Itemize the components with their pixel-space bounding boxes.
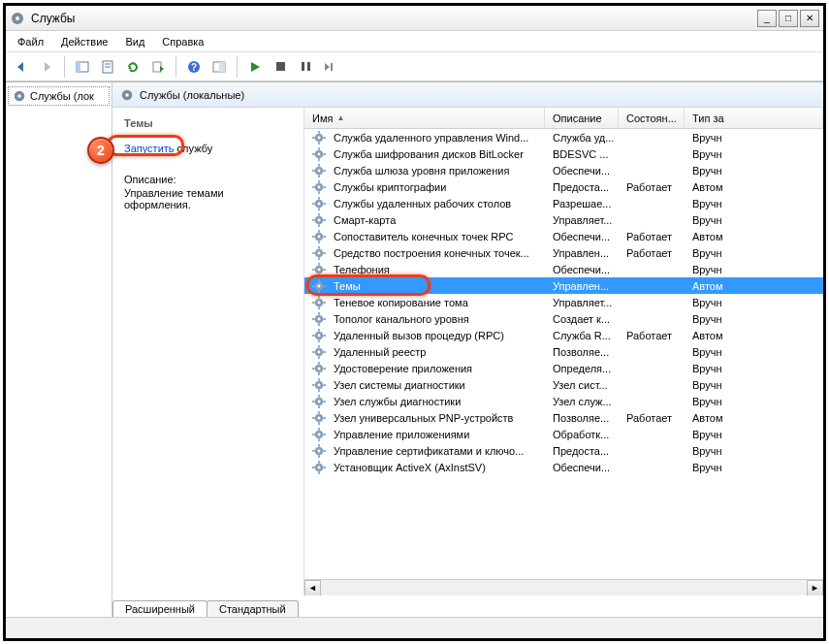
properties-button[interactable] xyxy=(96,55,119,79)
start-service-button[interactable] xyxy=(243,55,267,79)
statusbar xyxy=(6,617,823,638)
service-row[interactable]: Установщик ActiveX (AxInstSV)Обеспечи...… xyxy=(304,459,823,475)
cell-desc: Управляет... xyxy=(545,214,619,226)
svg-rect-125 xyxy=(318,422,320,425)
cell-desc: Служба R... xyxy=(545,330,619,341)
service-row[interactable]: Сопоставитель конечных точек RPCОбеспечи… xyxy=(304,228,823,244)
service-row[interactable]: Службы удаленных рабочих столовРазрешае.… xyxy=(304,195,823,211)
stop-service-button[interactable] xyxy=(269,55,292,79)
detail-pane: Темы Запустить службу Описание: Управлен… xyxy=(112,108,304,596)
service-row[interactable]: Удаленный вызов процедур (RPC)Служба R..… xyxy=(304,327,823,343)
service-row[interactable]: Службы криптографииПредоста...РаботаетАв… xyxy=(304,178,823,195)
svg-rect-138 xyxy=(312,450,315,452)
help-button[interactable]: ? xyxy=(182,55,206,79)
svg-rect-95 xyxy=(318,339,320,342)
service-row[interactable]: Удаленный реестрПозволяе...Вручн xyxy=(304,343,823,360)
menu-help[interactable]: Справка xyxy=(154,34,211,49)
svg-rect-112 xyxy=(318,378,320,381)
window-controls: _ □ ✕ xyxy=(757,10,819,27)
svg-rect-136 xyxy=(318,444,320,447)
forward-button[interactable] xyxy=(35,55,58,79)
scroll-right-button[interactable]: ► xyxy=(807,580,823,596)
service-row[interactable]: Удостоверение приложенияОпределя...Вручн xyxy=(304,360,823,376)
maximize-button[interactable]: □ xyxy=(779,10,798,27)
svg-rect-142 xyxy=(318,461,320,464)
cell-type: Автом xyxy=(685,181,823,193)
back-button[interactable] xyxy=(10,55,33,79)
svg-point-51 xyxy=(318,218,321,221)
svg-rect-61 xyxy=(323,236,326,238)
service-row[interactable]: ТемыУправлен...Автом xyxy=(304,277,823,294)
refresh-button[interactable] xyxy=(121,55,144,79)
menu-view[interactable]: Вид xyxy=(117,34,152,49)
restart-service-button[interactable] xyxy=(319,55,342,79)
start-service-link[interactable]: Запустить xyxy=(124,143,175,154)
svg-rect-82 xyxy=(318,296,320,299)
cell-type: Автом xyxy=(685,412,823,424)
svg-rect-97 xyxy=(323,335,326,337)
svg-rect-3 xyxy=(77,62,80,72)
svg-rect-71 xyxy=(318,274,320,276)
show-hide-tree-button[interactable] xyxy=(71,55,94,79)
column-description[interactable]: Описание xyxy=(545,108,619,128)
minimize-button[interactable]: _ xyxy=(757,10,777,27)
horizontal-scrollbar[interactable]: ◄ ► xyxy=(304,579,823,596)
cell-name: Служба шлюза уровня приложения xyxy=(304,164,545,177)
service-row[interactable]: Управление приложениямиОбработк...Вручн xyxy=(304,426,823,442)
svg-rect-102 xyxy=(312,351,315,353)
service-row[interactable]: Узел системы диагностикиУзел сист...Вруч… xyxy=(304,376,823,393)
toolbar: ? xyxy=(6,52,823,81)
svg-rect-12 xyxy=(276,62,285,71)
svg-rect-96 xyxy=(312,335,315,337)
service-action-row: Запустить службу xyxy=(124,143,292,154)
sort-asc-icon: ▲ xyxy=(336,113,344,122)
service-row[interactable]: Тополог канального уровняСоздает к...Вру… xyxy=(304,310,823,327)
view-button[interactable] xyxy=(207,55,231,79)
svg-rect-94 xyxy=(318,329,320,332)
service-row[interactable]: ТелефонияОбеспечи...Вручн xyxy=(304,261,823,277)
svg-rect-107 xyxy=(318,372,320,375)
svg-point-129 xyxy=(318,433,321,435)
service-row[interactable]: Узел универсальных PNP-устройствПозволяе… xyxy=(304,409,823,426)
service-row[interactable]: Служба удаленного управления Wind...Служ… xyxy=(304,129,823,145)
menu-action[interactable]: Действие xyxy=(53,34,115,49)
service-row[interactable]: Теневое копирование томаУправляет...Вруч… xyxy=(304,294,823,310)
svg-rect-35 xyxy=(318,175,320,177)
column-type[interactable]: Тип за xyxy=(685,108,823,128)
titlebar[interactable]: Службы _ □ ✕ xyxy=(6,6,823,31)
service-row[interactable]: Узел службы диагностикиУзел служ...Вручн xyxy=(304,393,823,409)
cell-type: Вручн xyxy=(685,214,823,226)
svg-rect-58 xyxy=(318,230,320,233)
cell-name: Смарт-карта xyxy=(304,213,545,227)
column-name[interactable]: Имя▲ xyxy=(304,108,545,128)
service-icon xyxy=(312,461,326,474)
column-state[interactable]: Состоян... xyxy=(619,108,685,128)
tree-root-item[interactable]: Службы (лок xyxy=(8,86,110,106)
service-row[interactable]: Средство построения конечных точек...Упр… xyxy=(304,244,823,261)
pause-service-button[interactable] xyxy=(294,55,317,79)
close-button[interactable]: ✕ xyxy=(800,10,819,27)
svg-rect-119 xyxy=(318,405,320,408)
service-row[interactable]: Служба шифрования дисков BitLockerBDESVC… xyxy=(304,145,823,162)
list-body[interactable]: Служба удаленного управления Wind...Служ… xyxy=(304,129,823,579)
main-pane: Службы (локальные) Темы Запустить службу… xyxy=(112,82,823,617)
tab-extended[interactable]: Расширенный xyxy=(112,600,207,617)
tab-standard[interactable]: Стандартный xyxy=(207,600,299,617)
service-row[interactable]: Служба шлюза уровня приложенияОбеспечи..… xyxy=(304,162,823,178)
scroll-left-button[interactable]: ◄ xyxy=(304,580,321,596)
service-icon xyxy=(312,164,326,177)
main-header: Службы (локальные) xyxy=(112,82,823,108)
svg-rect-133 xyxy=(323,434,326,435)
cell-name: Средство построения конечных точек... xyxy=(304,246,545,260)
export-button[interactable] xyxy=(146,55,170,79)
service-icon xyxy=(312,345,326,359)
service-row[interactable]: Смарт-картаУправляет...Вручн xyxy=(304,211,823,228)
svg-rect-76 xyxy=(318,279,320,282)
cell-desc: Управлен... xyxy=(545,280,619,292)
service-row[interactable]: Управление сертификатами и ключо...Предо… xyxy=(304,442,823,459)
cell-type: Автом xyxy=(685,280,823,292)
svg-rect-13 xyxy=(302,62,304,71)
menu-file[interactable]: Файл xyxy=(10,34,51,49)
svg-rect-47 xyxy=(318,208,320,210)
cell-desc: Служба уд... xyxy=(545,132,619,144)
